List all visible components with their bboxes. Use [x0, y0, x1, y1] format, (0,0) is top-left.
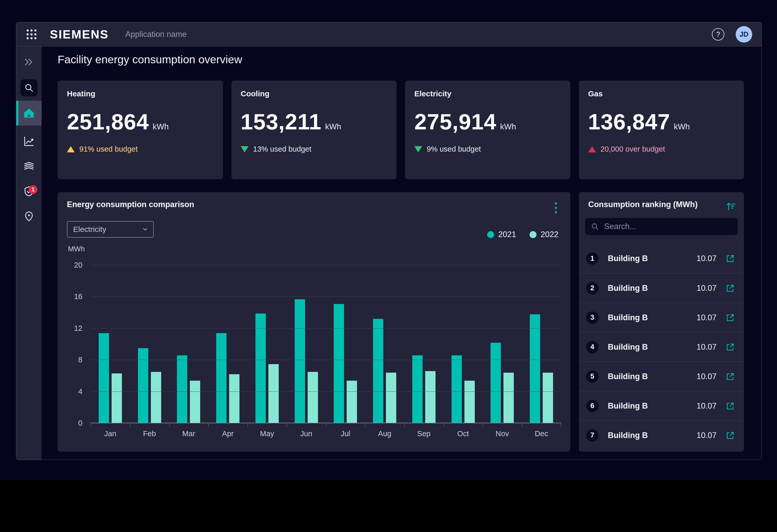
kpi-card-electricity: Electricity 275,914 kWh 9% used budget — [405, 81, 570, 179]
kpi-status-text: 9% used budget — [427, 145, 481, 153]
external-link-icon[interactable] — [725, 342, 735, 352]
bar-group-feb — [130, 265, 169, 423]
kpi-status-text: 13% used budget — [253, 145, 312, 153]
bar-2021-sep — [412, 355, 423, 423]
line-chart-icon — [23, 136, 35, 147]
x-tick-label: May — [247, 426, 287, 438]
x-tick-label: Oct — [444, 426, 483, 438]
rank-badge: 1 — [586, 252, 598, 265]
building-name: Building B — [608, 343, 696, 352]
bar-2021-aug — [373, 319, 383, 423]
external-link-icon[interactable] — [725, 372, 735, 381]
kpi-unit: kWh — [500, 122, 516, 131]
energy-type-dropdown[interactable]: Electricity — [67, 221, 154, 238]
avatar[interactable]: JD — [736, 26, 752, 43]
help-icon[interactable]: ? — [712, 28, 724, 40]
letterbox-band — [0, 480, 777, 532]
x-tick-label: Dec — [522, 426, 561, 438]
legend-item-2021[interactable]: 2021 — [487, 230, 516, 239]
kpi-card-heating: Heating 251,864 kWh 91% used budget — [58, 81, 223, 179]
top-bar: SIEMENS Application name ? JD — [16, 22, 762, 46]
trend-triangle-icon — [414, 146, 422, 152]
ranking-row[interactable]: 7Building B10.07 — [579, 420, 744, 450]
bar-2021-dec — [530, 314, 540, 423]
sidebar-item-compliance[interactable]: 1 — [16, 182, 41, 201]
bar-group-jun — [287, 265, 326, 423]
external-link-icon[interactable] — [725, 430, 735, 440]
external-link-icon[interactable] — [725, 313, 735, 322]
ranking-row[interactable]: 6Building B10.07 — [579, 391, 744, 420]
x-tick-label: Sep — [404, 426, 444, 438]
bar-2022-apr — [229, 374, 239, 423]
kebab-menu-icon[interactable] — [553, 201, 558, 215]
bar-group-sep — [404, 265, 444, 423]
bar-2022-feb — [151, 372, 161, 423]
bar-2022-sep — [425, 371, 436, 423]
chevron-down-icon — [142, 226, 148, 233]
building-name: Building B — [608, 401, 696, 411]
dropdown-value: Electricity — [73, 225, 106, 234]
building-name: Building B — [608, 431, 696, 440]
double-chevron-right-icon — [23, 57, 35, 66]
month-labels: JanFebMarAprMayJunJulAugSepOctNovDec — [91, 426, 561, 438]
external-link-icon[interactable] — [725, 283, 735, 293]
siemens-logo: SIEMENS — [50, 27, 109, 41]
application-name: Application name — [125, 30, 187, 39]
plot-area — [91, 265, 561, 423]
y-tick-label: 8 — [65, 356, 82, 364]
kpi-value: 251,864 — [67, 109, 149, 135]
app-launcher-icon[interactable] — [27, 29, 36, 39]
search-input[interactable] — [604, 222, 732, 231]
bar-2021-nov — [490, 343, 501, 423]
bar-2022-jul — [347, 381, 357, 423]
sidebar-item-analytics[interactable] — [16, 132, 41, 151]
kpi-cards-row: Heating 251,864 kWh 91% used budget Cool… — [58, 81, 744, 179]
gridline — [91, 296, 561, 297]
bar-2021-jan — [99, 333, 109, 423]
bar-2021-apr — [216, 333, 227, 423]
trend-triangle-icon — [67, 146, 75, 152]
y-tick-label: 20 — [65, 261, 82, 269]
ranking-title: Consumption ranking (MWh) — [588, 200, 698, 209]
ranking-row[interactable]: 3Building B10.07 — [579, 303, 744, 332]
gridline — [91, 328, 561, 328]
bar-2022-jan — [112, 373, 122, 423]
main-content: Facility energy consumption overview Hea… — [41, 46, 762, 460]
y-axis-labels: 048121620 — [65, 265, 86, 423]
trend-triangle-icon — [241, 146, 248, 152]
legend-item-2022[interactable]: 2022 — [530, 230, 558, 239]
sidebar-item-layers[interactable] — [16, 157, 41, 176]
search-icon — [591, 222, 599, 231]
rank-badge: 7 — [586, 429, 598, 442]
y-tick-label: 0 — [65, 419, 82, 427]
ranking-row[interactable]: 5Building B10.07 — [579, 362, 744, 391]
kpi-label: Gas — [588, 89, 735, 98]
app-window: SIEMENS Application name ? JD — [16, 22, 762, 460]
x-tick-label: Aug — [365, 426, 404, 438]
kpi-label: Heating — [67, 89, 214, 98]
bar-groups — [91, 265, 561, 423]
sidebar-item-search[interactable] — [16, 79, 41, 97]
y-tick-label: 4 — [65, 387, 82, 396]
x-tick-label: Jul — [326, 426, 365, 438]
ranking-row[interactable]: 1Building B10.07 — [579, 244, 744, 273]
external-link-icon[interactable] — [725, 254, 735, 263]
sidebar-collapse-button[interactable] — [16, 53, 41, 71]
ranking-row[interactable]: 2Building B10.07 — [579, 273, 744, 303]
ranking-row[interactable]: 4Building B10.07 — [579, 332, 744, 362]
kpi-card-cooling: Cooling 153,211 kWh 13% used budget — [231, 81, 397, 179]
sidebar-item-home-active[interactable] — [16, 101, 41, 126]
energy-comparison-panel: Energy consumption comparison Electricit… — [58, 192, 570, 452]
legend-dot-2021 — [487, 231, 494, 238]
kpi-unit: kWh — [325, 122, 341, 131]
ranking-list: 1Building B10.072Building B10.073Buildin… — [579, 244, 744, 451]
bar-2022-aug — [386, 373, 396, 423]
kpi-unit: kWh — [674, 122, 690, 131]
bar-2021-jul — [334, 304, 344, 423]
kpi-label: Cooling — [241, 89, 387, 98]
bar-2022-nov — [504, 373, 514, 423]
sidebar-item-locations[interactable] — [16, 207, 41, 226]
external-link-icon[interactable] — [725, 401, 735, 411]
desktop-canvas: SIEMENS Application name ? JD — [0, 0, 777, 532]
sort-button[interactable] — [724, 200, 737, 214]
